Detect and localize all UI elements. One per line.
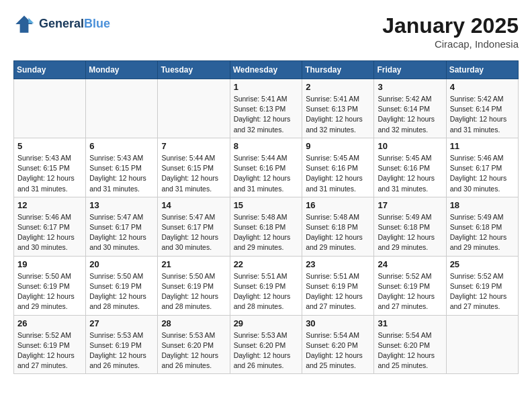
calendar-week-row: 1Sunrise: 5:41 AM Sunset: 6:13 PM Daylig… (14, 79, 519, 138)
day-info: Sunrise: 5:41 AM Sunset: 6:13 PM Dayligh… (306, 94, 370, 135)
calendar-cell: 24Sunrise: 5:52 AM Sunset: 6:19 PM Dayli… (374, 256, 446, 315)
day-info: Sunrise: 5:47 AM Sunset: 6:17 PM Dayligh… (161, 212, 226, 253)
weekday-header: Monday (86, 61, 158, 79)
day-number: 12 (17, 200, 82, 210)
calendar-cell: 23Sunrise: 5:51 AM Sunset: 6:19 PM Dayli… (302, 256, 374, 315)
calendar-cell: 9Sunrise: 5:45 AM Sunset: 6:16 PM Daylig… (302, 138, 374, 197)
calendar-cell: 7Sunrise: 5:44 AM Sunset: 6:15 PM Daylig… (158, 138, 230, 197)
weekday-header: Friday (374, 61, 446, 79)
day-number: 16 (306, 200, 370, 210)
calendar-cell: 12Sunrise: 5:46 AM Sunset: 6:17 PM Dayli… (14, 197, 86, 256)
logo: GeneralBlue (13, 13, 110, 35)
page-header: GeneralBlue January 2025 Ciracap, Indone… (13, 13, 519, 50)
day-number: 25 (450, 259, 515, 269)
calendar-cell (158, 79, 230, 138)
weekday-header: Wednesday (230, 61, 302, 79)
day-number: 10 (378, 141, 442, 151)
day-info: Sunrise: 5:54 AM Sunset: 6:20 PM Dayligh… (378, 330, 442, 371)
day-number: 28 (161, 318, 226, 328)
weekday-header: Saturday (446, 61, 518, 79)
location: Ciracap, Indonesia (382, 38, 519, 50)
calendar-cell: 13Sunrise: 5:47 AM Sunset: 6:17 PM Dayli… (86, 197, 158, 256)
calendar-cell: 8Sunrise: 5:44 AM Sunset: 6:16 PM Daylig… (230, 138, 302, 197)
calendar-cell: 11Sunrise: 5:46 AM Sunset: 6:17 PM Dayli… (446, 138, 518, 197)
calendar-cell: 20Sunrise: 5:50 AM Sunset: 6:19 PM Dayli… (86, 256, 158, 315)
day-number: 17 (378, 200, 442, 210)
day-number: 2 (306, 82, 370, 92)
day-info: Sunrise: 5:44 AM Sunset: 6:16 PM Dayligh… (234, 153, 299, 194)
day-number: 6 (89, 141, 154, 151)
calendar-cell: 2Sunrise: 5:41 AM Sunset: 6:13 PM Daylig… (302, 79, 374, 138)
day-info: Sunrise: 5:43 AM Sunset: 6:15 PM Dayligh… (17, 153, 82, 194)
calendar-cell: 25Sunrise: 5:52 AM Sunset: 6:19 PM Dayli… (446, 256, 518, 315)
day-info: Sunrise: 5:51 AM Sunset: 6:19 PM Dayligh… (306, 271, 370, 312)
day-info: Sunrise: 5:48 AM Sunset: 6:18 PM Dayligh… (234, 212, 299, 253)
day-number: 15 (234, 200, 299, 210)
calendar-week-row: 12Sunrise: 5:46 AM Sunset: 6:17 PM Dayli… (14, 197, 519, 256)
calendar-week-row: 26Sunrise: 5:52 AM Sunset: 6:19 PM Dayli… (14, 315, 519, 374)
day-info: Sunrise: 5:45 AM Sunset: 6:16 PM Dayligh… (306, 153, 370, 194)
day-info: Sunrise: 5:43 AM Sunset: 6:15 PM Dayligh… (89, 153, 154, 194)
day-info: Sunrise: 5:52 AM Sunset: 6:19 PM Dayligh… (17, 330, 82, 371)
day-info: Sunrise: 5:50 AM Sunset: 6:19 PM Dayligh… (89, 271, 154, 312)
day-info: Sunrise: 5:52 AM Sunset: 6:19 PM Dayligh… (450, 271, 515, 312)
day-info: Sunrise: 5:44 AM Sunset: 6:15 PM Dayligh… (161, 153, 226, 194)
day-info: Sunrise: 5:53 AM Sunset: 6:20 PM Dayligh… (234, 330, 299, 371)
calendar-cell: 5Sunrise: 5:43 AM Sunset: 6:15 PM Daylig… (14, 138, 86, 197)
day-info: Sunrise: 5:49 AM Sunset: 6:18 PM Dayligh… (450, 212, 515, 253)
day-number: 11 (450, 141, 515, 151)
calendar-cell: 28Sunrise: 5:53 AM Sunset: 6:20 PM Dayli… (158, 315, 230, 374)
day-number: 29 (234, 318, 299, 328)
day-number: 31 (378, 318, 442, 328)
day-info: Sunrise: 5:52 AM Sunset: 6:19 PM Dayligh… (378, 271, 442, 312)
day-info: Sunrise: 5:53 AM Sunset: 6:20 PM Dayligh… (161, 330, 226, 371)
calendar-cell: 6Sunrise: 5:43 AM Sunset: 6:15 PM Daylig… (86, 138, 158, 197)
calendar-cell: 30Sunrise: 5:54 AM Sunset: 6:20 PM Dayli… (302, 315, 374, 374)
calendar-cell (446, 315, 518, 374)
day-info: Sunrise: 5:53 AM Sunset: 6:19 PM Dayligh… (89, 330, 154, 371)
day-info: Sunrise: 5:49 AM Sunset: 6:18 PM Dayligh… (378, 212, 442, 253)
day-number: 24 (378, 259, 442, 269)
day-number: 20 (89, 259, 154, 269)
day-number: 23 (306, 259, 370, 269)
weekday-header: Sunday (14, 61, 86, 79)
calendar-cell: 17Sunrise: 5:49 AM Sunset: 6:18 PM Dayli… (374, 197, 446, 256)
logo-text: GeneralBlue (39, 17, 110, 32)
day-number: 8 (234, 141, 299, 151)
svg-marker-1 (28, 17, 34, 23)
calendar-cell: 27Sunrise: 5:53 AM Sunset: 6:19 PM Dayli… (86, 315, 158, 374)
day-number: 21 (161, 259, 226, 269)
day-number: 7 (161, 141, 226, 151)
calendar-cell: 19Sunrise: 5:50 AM Sunset: 6:19 PM Dayli… (14, 256, 86, 315)
weekday-header: Thursday (302, 61, 374, 79)
day-number: 1 (234, 82, 299, 92)
day-info: Sunrise: 5:50 AM Sunset: 6:19 PM Dayligh… (17, 271, 82, 312)
calendar-cell (14, 79, 86, 138)
calendar-cell: 21Sunrise: 5:50 AM Sunset: 6:19 PM Dayli… (158, 256, 230, 315)
calendar-cell: 15Sunrise: 5:48 AM Sunset: 6:18 PM Dayli… (230, 197, 302, 256)
calendar-week-row: 5Sunrise: 5:43 AM Sunset: 6:15 PM Daylig… (14, 138, 519, 197)
day-number: 18 (450, 200, 515, 210)
calendar-cell: 18Sunrise: 5:49 AM Sunset: 6:18 PM Dayli… (446, 197, 518, 256)
svg-marker-0 (15, 15, 33, 33)
day-info: Sunrise: 5:45 AM Sunset: 6:16 PM Dayligh… (378, 153, 442, 194)
day-number: 26 (17, 318, 82, 328)
title-block: January 2025 Ciracap, Indonesia (382, 13, 519, 50)
day-info: Sunrise: 5:41 AM Sunset: 6:13 PM Dayligh… (234, 94, 299, 135)
day-info: Sunrise: 5:46 AM Sunset: 6:17 PM Dayligh… (450, 153, 515, 194)
day-number: 13 (89, 200, 154, 210)
day-info: Sunrise: 5:42 AM Sunset: 6:14 PM Dayligh… (378, 94, 442, 135)
day-number: 14 (161, 200, 226, 210)
day-info: Sunrise: 5:42 AM Sunset: 6:14 PM Dayligh… (450, 94, 515, 135)
day-number: 30 (306, 318, 370, 328)
day-number: 27 (89, 318, 154, 328)
day-info: Sunrise: 5:48 AM Sunset: 6:18 PM Dayligh… (306, 212, 370, 253)
weekday-header-row: SundayMondayTuesdayWednesdayThursdayFrid… (14, 61, 519, 79)
day-info: Sunrise: 5:51 AM Sunset: 6:19 PM Dayligh… (234, 271, 299, 312)
day-info: Sunrise: 5:50 AM Sunset: 6:19 PM Dayligh… (161, 271, 226, 312)
calendar-cell: 26Sunrise: 5:52 AM Sunset: 6:19 PM Dayli… (14, 315, 86, 374)
calendar-cell: 29Sunrise: 5:53 AM Sunset: 6:20 PM Dayli… (230, 315, 302, 374)
calendar-cell: 22Sunrise: 5:51 AM Sunset: 6:19 PM Dayli… (230, 256, 302, 315)
calendar-cell: 3Sunrise: 5:42 AM Sunset: 6:14 PM Daylig… (374, 79, 446, 138)
day-info: Sunrise: 5:54 AM Sunset: 6:20 PM Dayligh… (306, 330, 370, 371)
